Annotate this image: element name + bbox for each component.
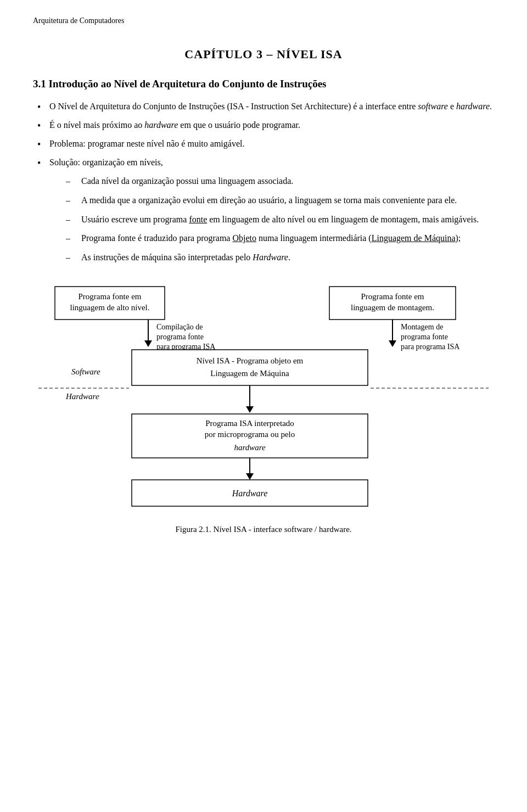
arrow-right-label-3: para programa ISA [401, 343, 460, 351]
box-top-right-line1: Programa fonte em [361, 292, 424, 301]
box-bottom-line1: Programa ISA interpretado [205, 419, 294, 428]
box-top-left-line2: linguagem de alto nível. [70, 303, 150, 312]
box-top-right-line2: linguagem de montagem. [351, 303, 434, 312]
arrow-left-label-2: programa fonte [156, 333, 204, 341]
dash-item-4: Programa fonte é traduzido para programa… [66, 232, 494, 245]
bullet-item-4: Solução: organização em níveis, Cada nív… [33, 156, 494, 265]
svg-rect-6 [132, 350, 368, 385]
box-hardware: Hardware [232, 489, 268, 498]
hardware-label: Hardware [65, 392, 99, 401]
box-bottom-line2: por microprograma ou pelo [205, 430, 295, 439]
box-middle-line1: Nível ISA - Programa objeto em [197, 356, 304, 365]
bullet-item-3: Problema: programar neste nível não é mu… [33, 137, 494, 150]
arrow-right-label-2: programa fonte [401, 333, 448, 341]
header-title: Arquitetura de Computadores [33, 16, 124, 25]
bullet-item-1: O Nível de Arquitetura do Conjunto de In… [33, 100, 494, 113]
main-bullet-list: O Nível de Arquitetura do Conjunto de In… [33, 100, 494, 265]
box-bottom-line3: hardware [234, 443, 266, 452]
bullet-item-2: É o nível mais próximo ao hardware em qu… [33, 119, 494, 132]
dash-item-2: A medida que a organização evolui em dir… [66, 194, 494, 208]
dash-item-1: Cada nível da organização possui uma lin… [66, 175, 494, 188]
box-middle-line2: Linguagem de Máquina [210, 369, 289, 378]
dash-list: Cada nível da organização possui uma lin… [66, 175, 494, 265]
diagram-svg: Programa fonte em linguagem de alto níve… [38, 281, 489, 512]
svg-marker-5 [389, 340, 396, 347]
figure-caption-text: Figura 2.1. Nível ISA - interface softwa… [175, 525, 351, 534]
dash-item-5: As instruções de máquina são interpretad… [66, 251, 494, 265]
figure-caption: Figura 2.1. Nível ISA - interface softwa… [33, 525, 494, 534]
section-title: 3.1 Introdução ao Nível de Arquitetura d… [33, 78, 494, 90]
svg-marker-10 [246, 406, 254, 413]
box-top-left-line1: Programa fonte em [79, 292, 142, 301]
software-label: Software [71, 367, 100, 376]
chapter-title: CAPÍTULO 3 – NÍVEL ISA [33, 47, 494, 61]
diagram-container: Programa fonte em linguagem de alto níve… [33, 281, 494, 512]
arrow-right-label-1: Montagem de [401, 323, 443, 331]
svg-marker-13 [246, 473, 254, 480]
page-header: Arquitetura de Computadores [33, 16, 494, 25]
arrow-left-label-1: Compilação de [156, 323, 203, 331]
dash-item-3: Usuário escreve um programa fonte em lin… [66, 213, 494, 227]
svg-marker-3 [144, 340, 152, 347]
